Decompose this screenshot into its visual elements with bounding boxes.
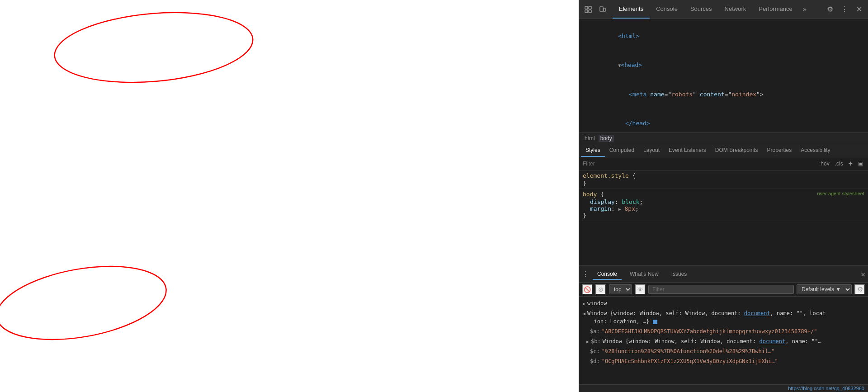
tab-console[interactable]: Console: [650, 0, 684, 19]
svg-rect-2: [585, 10, 588, 13]
console-line-dollar-a: $a: "ABCDEFGHIJKLMNOPQRSTUVWXYZabcdefghi…: [579, 326, 868, 336]
console-settings-button[interactable]: ⚙: [854, 284, 865, 295]
close-devtools-button[interactable]: ✕: [853, 3, 865, 16]
console-line-dollar-d: $d: "OCgPHAEcSmhbnkPX1zFX1z2XU5qX1Ve3yB0…: [579, 356, 868, 366]
tab-network[interactable]: Network: [718, 0, 753, 19]
console-link-document-b[interactable]: document: [760, 338, 786, 345]
console-value-c: "%28function%28%29%7B%0Afunction%20del%2…: [602, 347, 775, 355]
body-selector: body {: [583, 191, 604, 198]
html-line-html: <html>: [579, 22, 868, 51]
console-line-window-expanded[interactable]: ◀ Window {window: Window, self: Window, …: [579, 308, 868, 326]
body-display-property: display: block;: [583, 198, 864, 205]
collapse-arrow-window[interactable]: ◀: [583, 310, 585, 317]
console-tab-whats-new[interactable]: What's New: [625, 269, 663, 280]
settings-button[interactable]: ⚙: [824, 3, 836, 16]
console-filter-input[interactable]: [648, 285, 794, 294]
elements-content[interactable]: <html> ▼<head> <meta name="robots" conte…: [579, 19, 868, 132]
element-style-rule: element.style { }: [579, 170, 868, 189]
device-toggle-button[interactable]: [596, 3, 609, 16]
console-value-a: "ABCDEFGHIJKLMNOPQRSTUVWXYZabcdefghijklm…: [602, 327, 817, 335]
console-text-window: window: [587, 299, 607, 307]
breadcrumb-html[interactable]: html: [583, 135, 597, 142]
expand-arrow-b[interactable]: ▶: [586, 338, 589, 345]
element-style-selector: element.style {: [583, 172, 864, 179]
styles-tab-accessibility[interactable]: Accessibility: [796, 144, 835, 157]
styles-filter-bar: :hov .cls + ▣: [579, 157, 868, 170]
styles-tab-event-listeners[interactable]: Event Listeners: [664, 144, 711, 157]
inspect-element-button[interactable]: [582, 3, 594, 16]
console-line-dollar-b[interactable]: ▶ $b: Window {window: Window, self: Wind…: [579, 336, 868, 346]
console-key-d: $d:: [590, 357, 600, 365]
console-content[interactable]: ▶ window ◀ Window {window: Window, self:…: [579, 297, 868, 384]
console-ban-button[interactable]: ⊘: [595, 284, 606, 295]
console-link-document[interactable]: document: [744, 310, 770, 316]
svg-rect-0: [585, 6, 588, 9]
svg-rect-4: [600, 7, 603, 11]
html-line-head-open: ▼<head>: [579, 51, 868, 80]
styles-tab-layout[interactable]: Layout: [639, 144, 664, 157]
more-tabs-button[interactable]: »: [799, 0, 811, 19]
styles-tab-dom-breakpoints[interactable]: DOM Breakpoints: [711, 144, 763, 157]
console-close-button[interactable]: ✕: [861, 270, 865, 279]
add-style-button[interactable]: +: [847, 159, 854, 168]
element-style-close: }: [583, 180, 864, 187]
styles-content: :hov .cls + ▣ element.style { }: [579, 157, 868, 265]
devtools-panel: Elements Console Sources Network Perform…: [579, 0, 868, 392]
console-tab-console[interactable]: Console: [593, 269, 622, 280]
console-more-button[interactable]: ⋮: [582, 270, 589, 279]
svg-rect-3: [589, 10, 591, 13]
console-clear-button[interactable]: 🚫: [582, 284, 593, 295]
console-window-obj: Window {window: Window, self: Window, do…: [587, 309, 826, 326]
devtools-toolbar: Elements Console Sources Network Perform…: [579, 0, 868, 19]
svg-rect-1: [589, 6, 591, 9]
styles-filter-input[interactable]: [583, 161, 815, 167]
tab-sources[interactable]: Sources: [684, 0, 718, 19]
console-tab-issues[interactable]: Issues: [667, 269, 692, 280]
console-filter-bar: 🚫 ⊘ top 👁 Default levels ▼ ⚙: [579, 283, 868, 297]
filter-actions: :hov .cls + ▣: [818, 159, 864, 168]
console-key-b: $b:: [591, 337, 601, 345]
body-margin-property: margin: ▶ 8px;: [583, 205, 864, 212]
styles-tab-computed[interactable]: Computed: [605, 144, 639, 157]
console-context-select[interactable]: top: [609, 284, 632, 294]
console-line-dollar-c: $c: "%28function%28%29%7B%0Afunction%20d…: [579, 346, 868, 356]
console-panel: ⋮ Console What's New Issues ✕ 🚫 ⊘ top 👁 …: [579, 265, 868, 392]
styles-tabs-bar: Styles Computed Layout Event Listeners D…: [579, 144, 868, 157]
toolbar-right-icons: ⚙ ⋮ ✕: [824, 3, 865, 16]
console-status-url: https://blog.csdn.net/qq_40832960: [788, 386, 864, 391]
console-toolbar: ⋮ Console What's New Issues ✕: [579, 266, 868, 283]
console-line-window[interactable]: ▶ window: [579, 298, 868, 308]
tab-elements[interactable]: Elements: [613, 0, 650, 19]
console-value-d: "OCgPHAEcSmhbnkPX1zFX1z2XU5qX1Ve3yB0zyiX…: [602, 357, 778, 365]
toggle-sidebar-button[interactable]: ▣: [857, 160, 864, 167]
html-line-meta: <meta name="robots" content="noindex">: [579, 80, 868, 109]
expand-arrow-window[interactable]: ▶: [583, 300, 585, 307]
body-style-rule: body { user agent stylesheet display: bl…: [579, 189, 868, 221]
upper-section: <html> ▼<head> <meta name="robots" conte…: [579, 19, 868, 265]
breadcrumb-body[interactable]: body: [599, 135, 614, 142]
elements-panel: <html> ▼<head> <meta name="robots" conte…: [579, 19, 868, 265]
html-line-head-close: </head>: [579, 109, 868, 132]
console-key-a: $a:: [590, 327, 600, 335]
tab-performance[interactable]: Performance: [752, 0, 798, 19]
cls-filter-button[interactable]: .cls: [834, 160, 844, 167]
console-value-b: Window {window: Window, self: Window, do…: [603, 337, 821, 345]
svg-rect-5: [604, 8, 605, 11]
devtools-tabs: Elements Console Sources Network Perform…: [613, 0, 823, 19]
breadcrumb-bar: html body: [579, 132, 868, 144]
console-eye-button[interactable]: 👁: [635, 284, 646, 295]
toolbar-icon-group: [582, 3, 609, 16]
main-page-content: [0, 0, 579, 392]
body-style-close: }: [583, 212, 864, 219]
body-rule-origin: user agent stylesheet: [817, 191, 864, 196]
styles-tab-styles[interactable]: Styles: [581, 144, 605, 157]
more-options-button[interactable]: ⋮: [838, 3, 851, 16]
console-levels-select[interactable]: Default levels ▼: [797, 284, 852, 294]
console-key-c: $c:: [590, 347, 600, 355]
styles-tab-properties[interactable]: Properties: [763, 144, 797, 157]
hov-filter-button[interactable]: :hov: [818, 160, 831, 167]
